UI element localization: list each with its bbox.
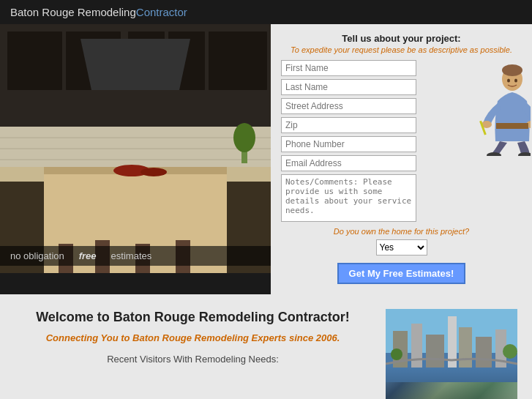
contractor-person-image <box>472 61 531 156</box>
svg-point-29 <box>518 152 531 156</box>
bottom-section: Welcome to Baton Rouge Remodeling Contra… <box>0 294 532 399</box>
header-title-main: Baton Rouge Remodeling <box>10 6 136 18</box>
form-title: Tell us about your project: <box>281 33 522 44</box>
first-name-input[interactable] <box>281 60 416 76</box>
svg-rect-36 <box>411 324 422 368</box>
header-title-accent: Contractor <box>136 6 187 18</box>
own-home-select[interactable]: Yes No <box>376 239 427 256</box>
kitchen-label-bar: no obligation free estimates <box>0 246 271 266</box>
bottom-title: Welcome to Baton Rouge Remodeling Contra… <box>15 309 371 326</box>
city-image-area <box>386 309 517 399</box>
bottom-visitors-label: Recent Visitors With Remodeling Needs: <box>15 354 371 365</box>
top-section: no obligation free estimates Tell us abo… <box>0 24 532 294</box>
svg-rect-5 <box>209 31 267 90</box>
bottom-subtitle: Connecting You to Baton Rouge Remodeling… <box>15 332 371 343</box>
svg-rect-39 <box>459 327 472 368</box>
free-text: free <box>79 250 97 261</box>
own-home-question: Do you own the home for this project? <box>281 226 522 236</box>
svg-rect-27 <box>496 123 528 129</box>
phone-number-input[interactable] <box>281 136 416 152</box>
svg-point-31 <box>514 79 517 83</box>
svg-point-16 <box>141 168 167 176</box>
last-name-input[interactable] <box>281 79 416 95</box>
page-header: Baton Rouge Remodeling Contractor <box>0 0 532 24</box>
email-address-input[interactable] <box>281 155 416 171</box>
svg-point-43 <box>503 344 517 359</box>
svg-point-42 <box>391 348 402 360</box>
submit-button[interactable]: Get My Free Estimates! <box>337 263 466 284</box>
contact-form-area: Tell us about your project: To expedite … <box>271 24 532 294</box>
estimates-text: estimates <box>111 250 152 261</box>
no-obligation-text: no obligation <box>10 250 64 261</box>
zip-input[interactable] <box>281 117 416 133</box>
svg-point-24 <box>502 64 522 76</box>
contractor-svg <box>472 61 531 156</box>
svg-rect-37 <box>426 335 444 368</box>
svg-point-30 <box>507 79 510 83</box>
svg-marker-6 <box>80 39 190 90</box>
kitchen-image-area: no obligation free estimates <box>0 24 271 273</box>
svg-rect-40 <box>476 337 492 368</box>
own-home-select-row: Yes No <box>281 239 522 256</box>
bottom-left-content: Welcome to Baton Rouge Remodeling Contra… <box>15 309 386 399</box>
city-photo <box>386 309 517 399</box>
notes-textarea[interactable] <box>281 174 416 222</box>
kitchen-photo <box>0 24 271 273</box>
city-svg <box>386 309 517 399</box>
svg-point-22 <box>233 123 255 152</box>
form-subtitle: To expedite your request please be as de… <box>281 45 522 54</box>
street-address-input[interactable] <box>281 98 416 114</box>
svg-rect-1 <box>7 31 62 90</box>
